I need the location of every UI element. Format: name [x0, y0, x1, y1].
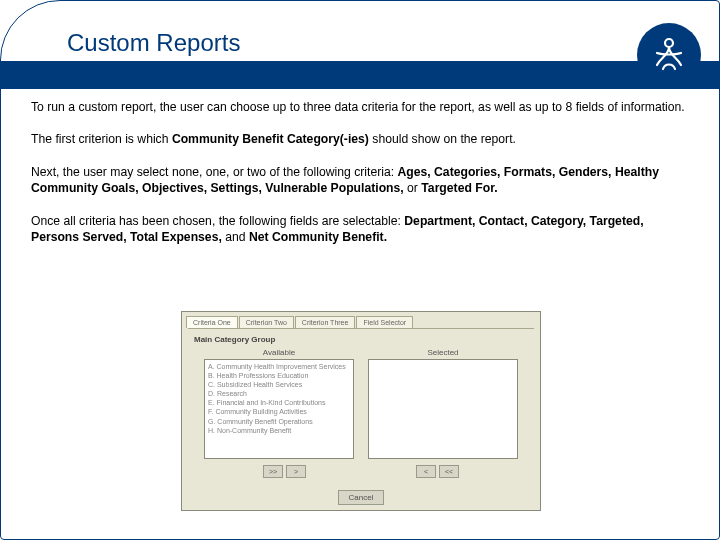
text: Once all criteria has been chosen, the f… [31, 214, 404, 228]
list-item[interactable]: B. Health Professions Education [208, 371, 350, 380]
text: and [222, 230, 249, 244]
panel: Main Category Group Available A. Communi… [188, 328, 534, 484]
header-band [1, 61, 719, 89]
available-column: Available A. Community Health Improvemen… [204, 348, 354, 459]
available-listbox[interactable]: A. Community Health Improvement Services… [204, 359, 354, 459]
list-item[interactable]: F. Community Building Activities [208, 407, 350, 416]
bold-text: Targeted For. [421, 181, 497, 195]
page-title: Custom Reports [67, 29, 240, 57]
paragraph-4: Once all criteria has been chosen, the f… [31, 213, 689, 246]
svg-point-0 [665, 39, 673, 47]
list-item[interactable]: H. Non-Community Benefit [208, 426, 350, 435]
tab-criterion-three[interactable]: Criterion Three [295, 316, 356, 328]
panel-title: Main Category Group [194, 335, 530, 344]
list-item[interactable]: D. Research [208, 389, 350, 398]
list-item[interactable]: C. Subsidized Health Services [208, 380, 350, 389]
logo-icon [637, 23, 701, 87]
body-text: To run a custom report, the user can cho… [31, 99, 689, 262]
add-button[interactable]: > [286, 465, 306, 478]
tab-bar: Criteria One Criterion Two Criterion Thr… [182, 312, 540, 328]
list-item[interactable]: G. Community Benefit Operations [208, 417, 350, 426]
text: The first criterion is which [31, 132, 172, 146]
bold-text: Net Community Benefit. [249, 230, 387, 244]
text: Next, the user may select none, one, or … [31, 165, 397, 179]
dialog-screenshot: Criteria One Criterion Two Criterion Thr… [181, 311, 541, 511]
remove-button[interactable]: < [416, 465, 436, 478]
selected-label: Selected [368, 348, 518, 357]
list-item[interactable]: A. Community Health Improvement Services [208, 362, 350, 371]
add-all-button[interactable]: >> [263, 465, 283, 478]
paragraph-2: The first criterion is which Community B… [31, 131, 689, 147]
tab-criteria-one[interactable]: Criteria One [186, 316, 238, 328]
paragraph-3: Next, the user may select none, one, or … [31, 164, 689, 197]
selected-listbox[interactable] [368, 359, 518, 459]
remove-all-button[interactable]: << [439, 465, 459, 478]
text: or [404, 181, 422, 195]
bold-text: Community Benefit Category(-ies) [172, 132, 369, 146]
paragraph-1: To run a custom report, the user can cho… [31, 99, 689, 115]
text: should show on the report. [369, 132, 516, 146]
cancel-button[interactable]: Cancel [338, 490, 385, 505]
available-label: Available [204, 348, 354, 357]
slide-frame: Custom Reports To run a custom report, t… [0, 0, 720, 540]
selected-column: Selected [368, 348, 518, 459]
tab-criterion-two[interactable]: Criterion Two [239, 316, 294, 328]
list-item[interactable]: E. Financial and In-Kind Contributions [208, 398, 350, 407]
tab-field-selector[interactable]: Field Selector [356, 316, 413, 328]
